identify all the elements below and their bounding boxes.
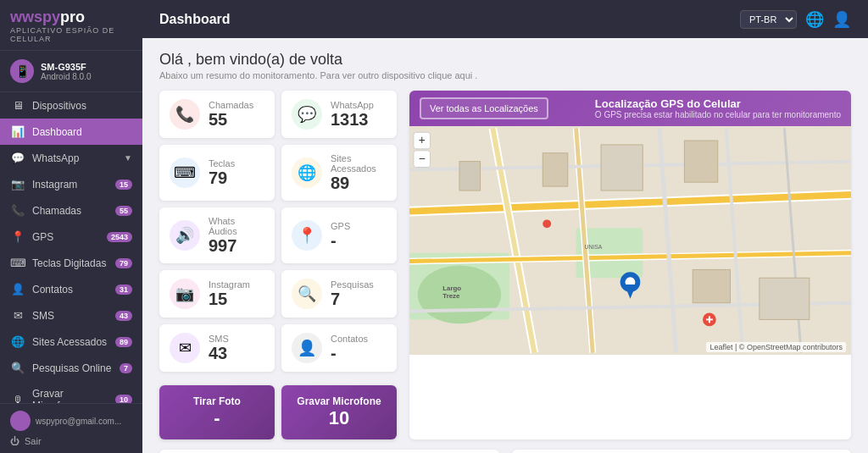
sidebar-item-sms[interactable]: ✉ SMS 43 [0, 302, 142, 329]
sidebar-label-chamadas: Chamadas [32, 205, 108, 217]
stat-card-audios: 🔊 Whats Áudios 997 [159, 207, 275, 263]
sidebar-item-dispositivos[interactable]: 🖥 Dispositivos [0, 92, 142, 119]
sites-stat-icon: 🌐 [292, 157, 322, 188]
sites-stat-label: Sites Acessados [331, 153, 387, 174]
microfone-badge: 10 [115, 395, 132, 403]
user-avatar [10, 411, 31, 431]
lang-selector[interactable]: PT-BR EN [740, 10, 797, 29]
sidebar-item-microfone[interactable]: 🎙 Gravar Microfone 10 [0, 381, 142, 403]
whatsapp-stat-value: 1313 [331, 110, 374, 129]
sidebar-label-sms: SMS [32, 310, 108, 322]
sidebar-label-teclas: Teclas Digitadas [32, 257, 108, 269]
bottom-sections: Ultimas Chamadas 5 Veja todas as chamada… [159, 450, 851, 453]
sms-stat-icon: ✉ [170, 333, 200, 363]
contatos-icon: 👤 [10, 283, 25, 296]
welcome-subtitle: Abaixo um resumo do monitoramento. Para … [159, 70, 851, 80]
user-email-text: wspypro@gmail.com... [36, 417, 121, 426]
chamadas-stat-icon: 📞 [170, 99, 200, 130]
pesquisas-stat-info: Pesquisas 7 [331, 279, 374, 308]
map-svg: + − Largo Treze UNISA [409, 126, 851, 355]
sites-stat-value: 89 [331, 174, 387, 192]
sites-stat-info: Sites Acessados 89 [331, 153, 387, 192]
stat-card-chamadas: 📞 Chamadas 55 [159, 91, 275, 138]
chamadas-icon: 📞 [10, 204, 25, 217]
gps-stat-label: GPS [331, 221, 350, 231]
device-info: SM-G935F Android 8.0.0 [41, 62, 92, 81]
chamadas-stat-info: Chamadas 55 [209, 100, 253, 129]
audios-stat-icon: 🔊 [170, 220, 200, 251]
sidebar-item-sites[interactable]: 🌐 Sites Acessados 89 [0, 329, 142, 355]
topbar: Dashboard PT-BR EN 🌐 👤 [142, 0, 868, 38]
sidebar-item-chamadas[interactable]: 📞 Chamadas 55 [0, 197, 142, 224]
sidebar-item-dashboard[interactable]: 📊 Dashboard [0, 119, 142, 145]
logout-button[interactable]: ⏻ Sair [10, 436, 132, 446]
topbar-controls: PT-BR EN 🌐 👤 [740, 10, 851, 29]
contatos-stat-value: - [331, 344, 368, 362]
sidebar-label-whatsapp: WhatsApp [32, 152, 117, 164]
user-account-icon[interactable]: 👤 [832, 10, 851, 29]
chamadas-stat-value: 55 [209, 110, 253, 129]
microfone-icon: 🎙 [10, 394, 25, 404]
sidebar-label-contatos: Contatos [32, 284, 108, 296]
whatsapp-stat-info: WhatsApp 1313 [331, 100, 374, 129]
stats-grid: 📞 Chamadas 55 💬 WhatsApp 1313 [159, 91, 397, 372]
svg-rect-20 [459, 162, 481, 191]
map-container: + − Largo Treze UNISA Leaflet | © OpenSt… [409, 126, 851, 355]
foto-card-label: Tirar Foto [170, 395, 264, 407]
sidebar-item-pesquisas[interactable]: 🔍 Pesquisas Online 7 [0, 355, 142, 381]
calls-section: Ultimas Chamadas 5 Veja todas as chamada… [159, 450, 499, 453]
sidebar-label-pesquisas: Pesquisas Online [32, 362, 113, 374]
keys-section: Ultimas Teclas Digitadas 5 Ultimas Tecla… [512, 450, 852, 453]
sms-stat-value: 43 [209, 344, 229, 362]
audios-stat-label: Whats Áudios [209, 216, 264, 236]
instagram-stat-info: Instagram 15 [209, 279, 250, 308]
stat-card-teclas: ⌨ Teclas 79 [159, 145, 275, 201]
stat-card-contatos: 👤 Contatos - [281, 324, 397, 372]
sidebar-label-instagram: Instagram [32, 179, 108, 191]
teclas-badge: 79 [115, 258, 132, 268]
sidebar-label-dashboard: Dashboard [32, 126, 132, 138]
sms-stat-label: SMS [209, 334, 229, 344]
main-content: Dashboard PT-BR EN 🌐 👤 Olá , bem vindo(a… [142, 0, 868, 453]
device-os: Android 8.0.0 [41, 72, 92, 81]
device-icon: 📱 [10, 59, 34, 83]
teclas-stat-info: Teclas 79 [209, 158, 235, 187]
action-card-microfone: Gravar Microfone 10 [281, 385, 397, 439]
action-card-foto: Tirar Foto - [159, 385, 275, 439]
svg-text:+: + [419, 134, 426, 146]
sms-badge: 43 [115, 311, 132, 321]
instagram-stat-label: Instagram [209, 279, 250, 290]
pesquisas-stat-label: Pesquisas [331, 279, 374, 290]
sidebar-item-whatsapp[interactable]: 💬 WhatsApp ▼ [0, 145, 142, 171]
stats-column: 📞 Chamadas 55 💬 WhatsApp 1313 [159, 91, 397, 439]
sidebar-item-contatos[interactable]: 👤 Contatos 31 [0, 276, 142, 302]
sidebar-item-teclas[interactable]: ⌨ Teclas Digitadas 79 [0, 250, 142, 276]
whatsapp-icon: 💬 [10, 152, 25, 164]
ver-localizacoes-button[interactable]: Ver todas as Localizações [420, 97, 548, 119]
svg-point-29 [542, 219, 551, 228]
device-model: SM-G935F [41, 62, 92, 72]
sidebar-item-instagram[interactable]: 📷 Instagram 15 [0, 171, 142, 197]
map-header-info: Localização GPS do Celular O GPS precisa… [595, 97, 841, 119]
stat-card-sms: ✉ SMS 43 [159, 324, 275, 372]
sidebar-label-gps: GPS [32, 231, 100, 243]
nav-items: 🖥 Dispositivos 📊 Dashboard 💬 WhatsApp ▼ … [0, 92, 142, 403]
svg-rect-22 [760, 278, 810, 319]
sidebar-item-gps[interactable]: 📍 GPS 2543 [0, 224, 142, 250]
whatsapp-stat-icon: 💬 [292, 99, 322, 130]
teclas-stat-icon: ⌨ [170, 157, 200, 188]
svg-text:Largo: Largo [442, 285, 461, 292]
instagram-badge: 15 [115, 180, 132, 190]
whatsapp-arrow-icon: ▼ [124, 153, 132, 163]
sms-icon: ✉ [10, 309, 25, 322]
globe-icon[interactable]: 🌐 [805, 10, 824, 29]
pesquisas-badge: 7 [120, 363, 132, 373]
instagram-stat-value: 15 [209, 290, 250, 308]
logo-section: wwspypro APLICATIVO ESPIÃO DE CELULAR [0, 0, 142, 51]
instagram-stat-icon: 📷 [170, 279, 200, 309]
svg-rect-17 [542, 153, 567, 186]
logo-name: wspy [22, 8, 60, 25]
stat-card-pesquisas: 🔍 Pesquisas 7 [281, 270, 397, 318]
content-area: Olá , bem vindo(a) de volta Abaixo um re… [142, 38, 868, 453]
action-cards: Tirar Foto - Gravar Microfone 10 [159, 385, 397, 439]
